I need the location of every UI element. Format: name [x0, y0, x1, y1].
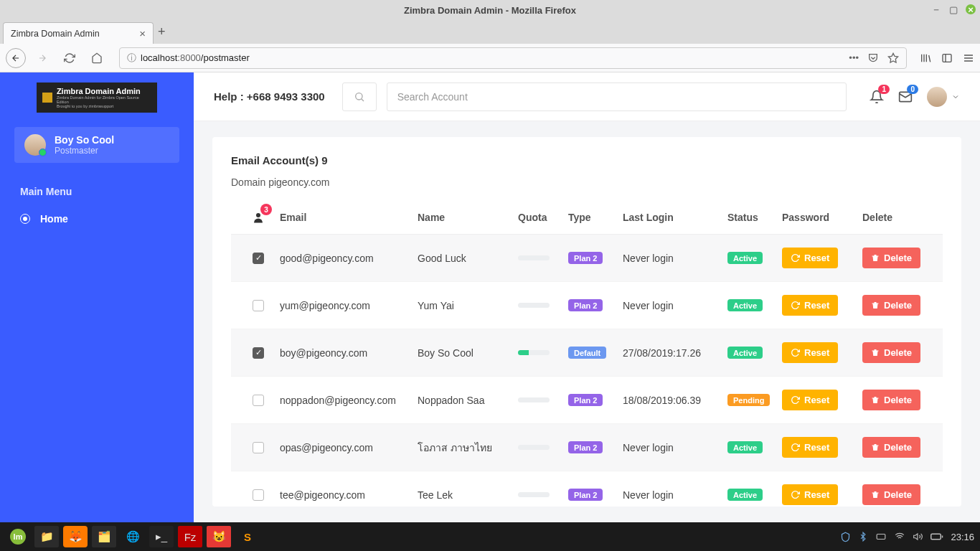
cell-email: opas@pigeoncy.com	[280, 442, 418, 453]
refresh-icon	[791, 395, 800, 405]
accounts-table: 3 Email Name Quota Type Last Login Statu…	[231, 201, 943, 507]
keyboard-icon[interactable]	[875, 532, 887, 542]
row-checkbox[interactable]	[253, 300, 264, 311]
task-filezilla[interactable]: Fz	[178, 526, 202, 547]
battery-icon[interactable]	[930, 532, 943, 541]
cell-email: good@pigeoncy.com	[280, 253, 418, 264]
col-name[interactable]: Name	[418, 212, 518, 223]
mail-button[interactable]: 0	[898, 90, 913, 104]
delete-button[interactable]: Delete	[862, 484, 920, 505]
task-sublime[interactable]: S	[235, 526, 260, 547]
task-firefox[interactable]: 🦊	[63, 526, 88, 547]
window-controls: − ▢ ×	[931, 4, 976, 14]
browser-nav-bar: ⓘ localhost:8000/postmaster •••	[0, 44, 980, 72]
new-tab-button[interactable]: +	[158, 24, 166, 44]
task-terminal[interactable]: ▸_	[149, 526, 174, 547]
forward-button[interactable]	[32, 47, 53, 69]
logo-subtitle2: Brought to you by zimbrasupport	[57, 104, 151, 108]
browser-tab[interactable]: Zimbra Domain Admin ×	[3, 22, 154, 44]
cell-login: 27/08/2019:17.26	[623, 347, 727, 359]
reset-button[interactable]: Reset	[782, 484, 838, 505]
col-email[interactable]: Email	[280, 212, 418, 223]
arrow-right-icon	[37, 53, 47, 63]
cell-status: Pending	[727, 394, 782, 407]
task-files[interactable]: 📁	[34, 526, 59, 547]
maximize-button[interactable]: ▢	[948, 4, 958, 14]
cell-login: Never login	[623, 300, 727, 311]
more-icon[interactable]: •••	[849, 52, 859, 63]
user-name: Boy So Cool	[55, 134, 114, 146]
bluetooth-icon[interactable]	[858, 532, 868, 542]
svg-rect-4	[877, 534, 886, 540]
clock[interactable]: 23:16	[951, 532, 974, 542]
refresh-icon	[791, 253, 800, 263]
delete-button[interactable]: Delete	[862, 390, 920, 410]
trash-icon	[871, 395, 880, 405]
sidebar-icon[interactable]	[941, 52, 953, 64]
start-button[interactable]: lm	[6, 526, 30, 547]
window-title: Zimbra Domain Admin - Mozilla Firefox	[404, 5, 576, 16]
address-bar[interactable]: ⓘ localhost:8000/postmaster •••	[119, 47, 907, 69]
user-menu[interactable]	[927, 87, 960, 107]
table-row: tee@pigeoncy.comTee LekPlan 2Never login…	[231, 471, 943, 507]
bookmark-star-icon[interactable]	[887, 52, 899, 64]
shield-icon[interactable]	[840, 532, 851, 542]
search-input[interactable]	[387, 83, 847, 111]
reset-button[interactable]: Reset	[782, 295, 838, 316]
delete-button[interactable]: Delete	[862, 248, 920, 268]
tab-close-button[interactable]: ×	[139, 27, 146, 39]
row-checkbox[interactable]	[253, 442, 264, 453]
menu-icon[interactable]	[963, 52, 974, 64]
window-titlebar: Zimbra Domain Admin - Mozilla Firefox − …	[0, 0, 980, 20]
cell-name: Boy So Cool	[418, 347, 518, 359]
window-close-button[interactable]: ×	[966, 4, 976, 14]
bulk-user-icon[interactable]: 3	[252, 211, 265, 224]
table-row: noppadon@pigeoncy.comNoppadon SaaPlan 21…	[231, 377, 943, 424]
row-checkbox[interactable]: ✓	[253, 253, 264, 264]
task-folder[interactable]: 🗂️	[92, 526, 116, 547]
site-info-icon[interactable]: ⓘ	[127, 52, 136, 65]
card-title: Email Account(s) 9	[231, 154, 943, 166]
home-button[interactable]	[86, 47, 108, 69]
cell-status: Active	[727, 489, 782, 501]
wifi-icon[interactable]	[894, 532, 905, 542]
col-status[interactable]: Status	[727, 212, 782, 223]
logo-title: Zimbra Domain Admin	[57, 87, 151, 95]
cell-status: Active	[727, 347, 782, 359]
trash-icon	[871, 301, 880, 310]
delete-button[interactable]: Delete	[862, 342, 920, 363]
col-password: Password	[782, 212, 862, 223]
user-card[interactable]: Boy So Cool Postmaster	[14, 127, 179, 163]
table-row: ✓boy@pigeoncy.comBoy So CoolDefault27/08…	[231, 329, 943, 377]
volume-icon[interactable]	[913, 532, 923, 542]
cell-type: Default	[568, 347, 623, 359]
minimize-button[interactable]: −	[931, 4, 941, 14]
delete-button[interactable]: Delete	[862, 437, 920, 458]
reset-button[interactable]: Reset	[782, 390, 838, 410]
task-app[interactable]: 😺	[207, 526, 231, 547]
reload-button[interactable]	[59, 47, 80, 69]
reset-button[interactable]: Reset	[782, 342, 838, 363]
back-button[interactable]	[6, 48, 26, 68]
reset-button[interactable]: Reset	[782, 437, 838, 458]
svg-point-1	[355, 93, 362, 99]
row-checkbox[interactable]: ✓	[253, 347, 264, 359]
taskbar: lm 📁 🦊 🗂️ 🌐 ▸_ Fz 😺 S 23:16	[0, 522, 980, 551]
library-icon[interactable]	[920, 52, 931, 64]
col-type[interactable]: Type	[568, 212, 623, 223]
row-checkbox[interactable]	[253, 395, 264, 406]
cell-quota	[518, 303, 568, 308]
logo-subtitle: Zimbra Domain Admin for Zimbra Open Sour…	[57, 95, 151, 104]
task-chrome[interactable]: 🌐	[121, 526, 145, 547]
notifications-button[interactable]: 1	[870, 90, 884, 104]
reset-button[interactable]: Reset	[782, 248, 838, 268]
delete-button[interactable]: Delete	[862, 295, 920, 316]
col-login[interactable]: Last Login	[623, 212, 727, 223]
tray: 23:16	[840, 532, 974, 542]
col-quota[interactable]: Quota	[518, 212, 568, 223]
pocket-icon[interactable]	[867, 52, 879, 64]
row-checkbox[interactable]	[253, 489, 264, 501]
cell-login: Never login	[623, 253, 727, 264]
search-button[interactable]	[342, 83, 377, 111]
sidebar-item-home[interactable]: Home	[0, 203, 194, 235]
